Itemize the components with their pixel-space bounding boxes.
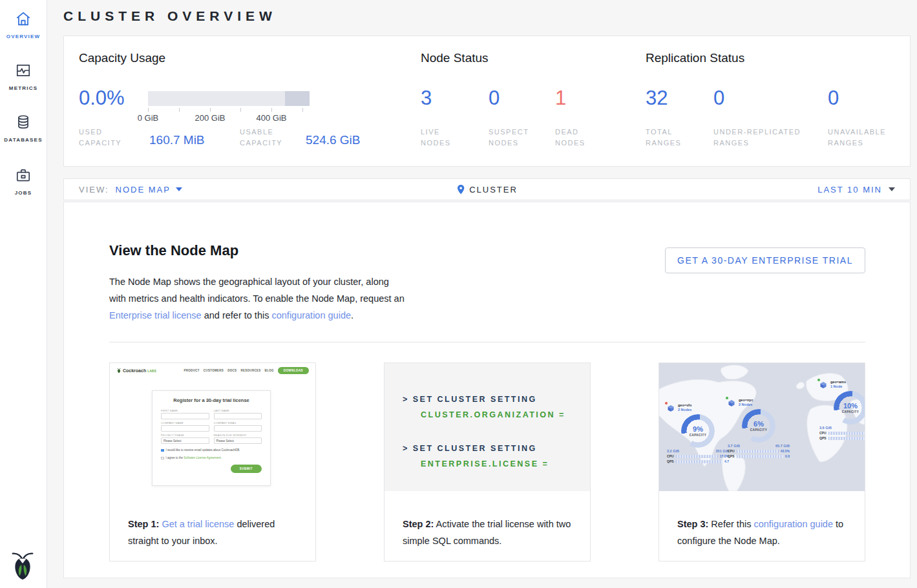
node-map-title: View the Node Map: [109, 242, 238, 259]
sql-command-setting: CLUSTER.ORGANIZATION =: [421, 407, 590, 423]
mini-checkbox-label: I would like to receive email updates ab…: [166, 448, 240, 452]
mini-site-header: Cockroach LABS PRODUCT CUSTOMERS DOCS RE…: [110, 363, 315, 378]
capacity-total: 65.7 GiB: [775, 444, 790, 448]
qps-label: QPS: [667, 459, 674, 463]
sidebar-item-label: JOBS: [15, 190, 32, 196]
axis-tick-label: 200 GiB: [191, 113, 229, 123]
steps-row: Cockroach LABS PRODUCT CUSTOMERS DOCS RE…: [109, 362, 865, 562]
capacity-used-percent: 0.0%: [79, 87, 125, 110]
axis-tick: [271, 108, 272, 112]
time-range-selector[interactable]: LAST 10 MIN: [817, 185, 895, 194]
mini-checkbox-label: I agree to the Software License Agreemen…: [166, 456, 222, 459]
node-map-description: The Node Map shows the geographical layo…: [109, 273, 405, 324]
cpu-sparkline: [737, 450, 779, 453]
cluster-summary-panel: Capacity Usage 0.0% 0 GiB 200 GiB 400 Gi…: [63, 36, 911, 167]
sidebar-item-jobs[interactable]: JOBS: [0, 167, 47, 196]
replication-status-title: Replication Status: [646, 51, 744, 65]
node-cube-icon: [819, 380, 828, 388]
qps-label: QPS: [728, 454, 735, 458]
capacity-percent: 10%: [843, 402, 858, 410]
step2-card: > SET CLUSTER SETTING CLUSTER.ORGANIZATI…: [384, 362, 591, 562]
metrics-icon: [15, 62, 32, 81]
chevron-down-icon: [889, 187, 895, 191]
mini-brand-suffix: LABS: [147, 369, 156, 373]
mini-select: Please Select: [161, 437, 209, 444]
sidebar-item-databases[interactable]: DATABASES: [0, 114, 47, 143]
node-locality: geo=ams: [830, 380, 846, 384]
home-icon: [15, 10, 32, 30]
mini-text-input: [214, 425, 262, 432]
jobs-icon: [15, 167, 32, 186]
location-pin-icon: [456, 184, 465, 195]
mini-submit-button: SUBMIT: [231, 465, 262, 473]
sidebar-item-overview[interactable]: OVERVIEW: [0, 10, 47, 39]
capacity-gauge: 6% CAPACITY: [742, 409, 775, 443]
mini-field-label: FIRST NAME: [161, 409, 209, 412]
configuration-guide-link[interactable]: configuration guide: [754, 519, 833, 529]
sidebar-item-metrics[interactable]: METRICS: [0, 62, 47, 91]
get-enterprise-trial-button[interactable]: GET A 30-DAY ENTERPRISE TRIAL: [665, 247, 865, 273]
step3-card: geo=sfo 2 Nodes 9% CAPACITY 3.2 GiB 351 …: [659, 362, 865, 562]
step3-caption: Step 3: Refer this configuration guide t…: [677, 516, 853, 549]
node-locality: geo=sfo: [678, 403, 691, 408]
chevron-down-icon: [176, 187, 182, 191]
suspect-nodes-label: SUSPECT NODES: [489, 127, 540, 149]
suspect-nodes-value: 0: [489, 87, 500, 110]
databases-icon: [15, 114, 32, 133]
live-nodes-label: LIVE NODES: [421, 127, 472, 149]
capacity-used: 3.2 GiB: [667, 449, 679, 453]
under-replicated-ranges-label: UNDER-REPLICATED RANGES: [713, 127, 817, 149]
mini-field-label: COMPANY NAME: [161, 421, 209, 425]
step2-label: Step 2:: [403, 519, 434, 529]
qps-sparkline: [737, 455, 783, 458]
unavailable-ranges-value: 0: [828, 87, 839, 110]
mini-field-label: COMPANY EMAIL: [214, 421, 262, 425]
mini-select-label: REASON FOR INTEREST: [214, 434, 262, 437]
view-bar: VIEW: NODE MAP CLUSTER LAST 10 MIN: [63, 178, 911, 200]
view-selector[interactable]: NODE MAP: [116, 185, 182, 194]
capacity-gauge: 10% CAPACITY: [834, 391, 865, 425]
cpu-label: CPU: [819, 431, 827, 435]
node-count: 2 Nodes: [739, 403, 753, 407]
capacity-percent: 6%: [754, 420, 764, 428]
mini-checkbox-row: I agree to the Software License Agreemen…: [161, 456, 262, 459]
usable-capacity-label: USABLE CAPACITY: [240, 127, 299, 149]
description-text: .: [351, 310, 353, 320]
capacity-used: 3.7 GiB: [728, 444, 740, 448]
step1-card: Cockroach LABS PRODUCT CUSTOMERS DOCS RE…: [109, 362, 316, 562]
mini-nav-item: DOCS: [227, 369, 237, 372]
used-capacity-value: 160.7 MiB: [149, 133, 205, 147]
step1-label: Step 1:: [128, 519, 159, 529]
mini-download-button: DOWNLOAD: [278, 367, 309, 374]
mini-nav-item: CUSTOMERS: [204, 369, 224, 372]
map-node-nyc: geo=nyc 2 Nodes 6% CAPACITY 3.7 GiB 65.7…: [728, 398, 790, 459]
capacity-label: CAPACITY: [690, 434, 707, 437]
axis-tick: [302, 108, 303, 112]
enterprise-trial-license-link[interactable]: Enterprise trial license: [109, 310, 202, 320]
configuration-guide-link[interactable]: configuration guide: [271, 310, 351, 320]
axis-tick: [148, 108, 149, 112]
qps-label: QPS: [819, 436, 827, 440]
map-node-sfo: geo=sfo 2 Nodes 9% CAPACITY 3.2 GiB 351 …: [667, 403, 729, 465]
cockroach-labs-logo-icon: [116, 368, 121, 373]
mini-nav: PRODUCT CUSTOMERS DOCS RESOURCES BLOG DO…: [184, 367, 309, 374]
node-count: 2 Nodes: [678, 408, 691, 412]
sql-command-setting: ENTERPRISE.LICENSE =: [421, 456, 590, 472]
capacity-bar-reserved-segment: [285, 91, 310, 106]
cluster-breadcrumb-label: CLUSTER: [469, 185, 518, 194]
capacity-bar: [148, 91, 310, 106]
mini-brand: Cockroach LABS: [116, 368, 156, 373]
cpu-sparkline: [828, 432, 865, 435]
step2-caption: Step 2: Activate the trial license with …: [403, 516, 578, 549]
node-cube-icon: [667, 403, 675, 412]
capacity-usage-title: Capacity Usage: [79, 51, 165, 65]
mini-select-label: PROJECT PHASE: [161, 434, 209, 437]
section-divider: [109, 342, 865, 342]
cpu-sparkline: [676, 455, 718, 458]
view-label: VIEW:: [79, 185, 109, 194]
step1-caption: Step 1: Get a trial license delivered st…: [128, 516, 304, 549]
get-trial-license-link[interactable]: Get a trial license: [162, 519, 234, 529]
node-map-preview: geo=sfo 2 Nodes 9% CAPACITY 3.2 GiB 351 …: [659, 363, 865, 491]
node-count: 1 Node: [830, 384, 846, 389]
step3-label: Step 3:: [677, 519, 708, 529]
